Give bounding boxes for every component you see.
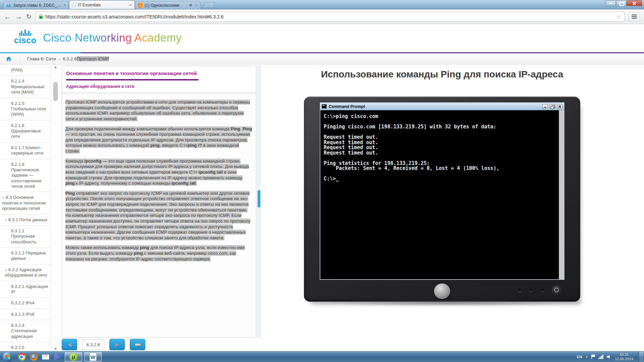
taskbar-firefox-icon[interactable] [28,352,39,362]
ssl-lock-icon [39,16,43,19]
tab-odnoklassniki[interactable]: ♪ (1) Одноклассники × [135,1,201,9]
index-button[interactable] [130,339,145,350]
previous-page-button[interactable]: ◀ [62,339,77,350]
next-page-button[interactable]: ▶ [109,339,125,350]
tab-close-icon[interactable]: × [195,3,198,7]
sidebar-item[interactable]: 6.3.2.4 Статическая адресация [0,320,51,342]
sidebar-item-label: 6.3.2.2 IPv4 [11,300,34,305]
cmd-close-icon [557,104,562,109]
tab-launch-chapter[interactable]: Запуск главы 6: ZGEC_GR × [3,1,69,9]
tab-close-icon[interactable]: × [129,3,132,7]
section-title: Основные понятия и технологии организаци… [66,70,252,76]
sidebar-item[interactable]: ∨6.3 Основные понятия и технологии орган… [0,192,51,214]
sidebar-item[interactable]: 6.2.1.6 Одноранговые сети [0,120,51,142]
browser-titlebar: Запуск главы 6: ZGEC_GR × IT Essentials … [0,0,644,9]
windows-flag-icon [5,354,10,359]
chevron-down-icon: ∨ [2,195,5,199]
maximize-button[interactable] [616,0,626,6]
start-button[interactable] [3,352,13,362]
new-tab-button[interactable] [203,2,215,8]
sidebar-item[interactable]: 6.3.2.1 Адресация IP [0,281,51,298]
monitor-button-icon [541,288,544,292]
brand-title: Cisco Networking Academy [43,32,182,44]
sidebar-scrollbar[interactable]: ▲ ▼ [51,65,60,351]
tab-it-essentials[interactable]: IT Essentials × [69,0,135,9]
sidebar-item-label: 6.3.2.4 Статическая адресация [11,323,37,339]
monitor-controls [518,286,561,294]
sidebar-item[interactable]: ∨6.3.2 Адресация оборудования в сети [0,264,51,281]
taskbar-utorrent-button[interactable]: µ [65,352,82,362]
taskbar-clock[interactable]: 10:31 12.05.2014 [615,353,633,361]
sidebar-item-label: 6.3.1.2 Передача данных [11,250,46,261]
sidebar-item-label: 6.2.1.5 Глобальные сети (WAN) [11,101,46,117]
topic-title: Адресация оборудования в сети [66,84,252,89]
volume-icon[interactable] [607,355,611,359]
window-controls [606,0,642,6]
action-center-flag-icon[interactable] [591,355,595,359]
sidebar-item[interactable]: 6.2.1.5 Глобальные сети (WAN) [0,98,51,120]
home-icon[interactable] [6,57,11,61]
tab-title: IT Essentials [78,3,127,7]
sidebar-item[interactable]: 6.2.1.8 Практическое задание — сопоставл… [0,159,51,192]
forward-icon[interactable]: → [15,13,22,20]
reload-icon[interactable]: ↻ [26,13,32,20]
sidebar-item[interactable]: 6.3.2.3 IPv6 [0,309,51,320]
minimize-button[interactable] [606,0,616,6]
scroll-down-icon[interactable]: ▼ [54,347,57,351]
network-icon[interactable] [598,355,603,359]
tray-expand-icon[interactable]: ▲ [586,355,588,358]
browser-menu-icon[interactable] [629,12,640,21]
terminal-line: C:\>_ [324,176,559,182]
taskbar-media-player-icon[interactable] [52,352,63,362]
sidebar-item[interactable]: 6.2.1.4 Муниципальные сети (MAN) [0,76,51,98]
sidebar-item[interactable]: (PAN) [0,65,51,76]
monitor-button-icon [518,288,522,292]
cisco-logo-icon: cisco [13,29,37,45]
next-arrow-icon: ▶ [115,341,119,348]
scrollbar-thumb[interactable] [53,82,58,101]
sidebar-item[interactable]: 6.3.1.1 Пропускная способность [0,226,51,248]
sidebar-item[interactable]: ∨6.3.1 Поток данных [0,215,51,226]
show-desktop-button[interactable] [639,352,643,362]
sidebar-item-label: 6.3.2 Адресация оборудования в сети [5,267,47,278]
cmd-titlebar: Command Prompt [320,103,564,110]
sidebar-item[interactable]: 6.2.1.7 Клиент-серверные сети [0,142,51,159]
title-underline [66,79,199,80]
utorrent-icon: µ [69,353,77,361]
close-button[interactable] [627,0,642,6]
index-icon [135,343,141,346]
url-text[interactable]: https://static-course-assets.s3.amazonaw… [45,14,613,19]
lesson-sidebar: (PAN)6.2.1.4 Муниципальные сети (MAN)6.2… [0,65,51,351]
cmd-scrollbar [559,110,564,279]
monitor-button-icon [529,288,533,292]
divider [20,53,20,65]
monitor-center-button [434,284,450,299]
terminal-line [324,171,559,177]
back-icon[interactable]: ← [4,13,11,20]
sidebar-item[interactable]: 6.3.2.2 IPv4 [0,298,51,309]
sidebar-item-label: (PAN) [11,67,22,72]
sidebar-item-label: 6.3.2.3 IPv6 [11,312,34,317]
language-indicator[interactable]: EN [577,355,582,359]
scrollbar-thumb[interactable] [258,190,260,207]
taskbar-mail-icon[interactable] [40,352,51,362]
taskbar-word-button[interactable]: W [84,352,102,362]
breadcrumb-chapter[interactable]: Глава 6: Сети [27,56,56,61]
tab-close-icon[interactable]: × [63,3,66,7]
taskbar-chrome-icon[interactable] [16,352,27,362]
breadcrumb-current-selected: Протокол ICMP [77,56,109,61]
sidebar-item-label: 6.3.2.1 Адресация IP [11,284,48,294]
command-prompt-window: Command Prompt C:\>ping cisco.com Pingin… [320,102,565,280]
sidebar-item-label: 6.2.1.6 Одноранговые сети [11,123,41,139]
tab-strip: Запуск главы 6: ZGEC_GR × IT Essentials … [3,0,214,9]
terminal-line: Packets: Sent = 4, Received = 0, Lost = … [324,166,559,171]
bookmark-star-icon[interactable]: ☆ [616,13,621,20]
scroll-up-icon[interactable]: ▲ [54,65,57,69]
monitor-screen: Command Prompt C:\>ping cisco.com Pingin… [319,102,565,280]
lesson-scrollbar[interactable] [257,66,261,338]
page-number-input[interactable] [82,340,104,350]
sidebar-item-label: 6.3.2.5 Назначение адресов с помощью DHC… [11,345,44,351]
address-bar[interactable]: https://static-course-assets.s3.amazonaw… [36,12,625,22]
sidebar-item[interactable]: 6.3.2.5 Назначение адресов с помощью DHC… [0,342,51,351]
sidebar-item[interactable]: 6.3.1.2 Передача данных [0,248,51,264]
